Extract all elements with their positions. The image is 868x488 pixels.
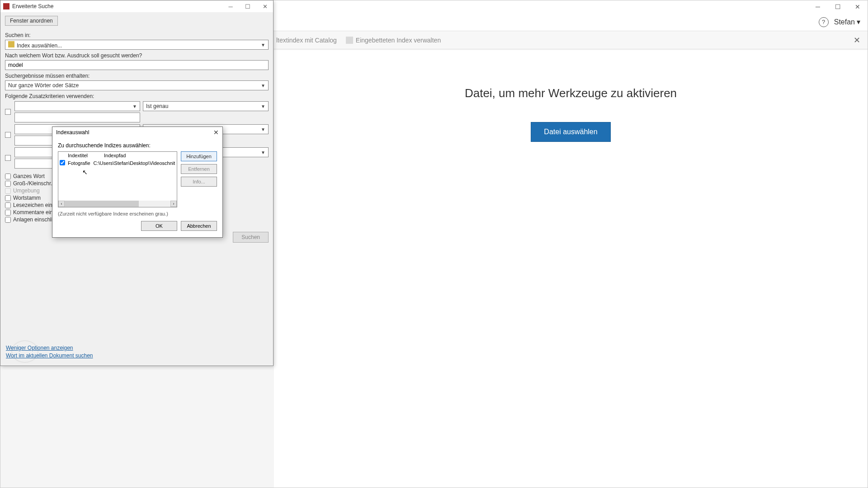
index-list-scrollbar[interactable]: ‹ › [58,201,177,207]
case-label: Groß-/Kleinschr. [13,180,52,187]
index-list-header: Indextitel Indexpfad [58,152,177,159]
add-index-button[interactable]: Hinzufügen [181,151,217,161]
index-icon [346,37,353,44]
index-label: Zu durchsuchende Indizes auswählen: [58,142,217,149]
close-panel-button[interactable]: ✕ [854,35,860,45]
remove-index-button: Entfernen [181,164,217,174]
criteria-row-1: ▼ Ist genau▼ [5,101,269,122]
index-list: Indextitel Indexpfad Fotografie C:\Users… [58,151,177,207]
search-word-input[interactable] [5,60,269,70]
app-minimize-button[interactable]: ─ [808,0,828,13]
folder-icon [8,41,14,47]
chevron-down-icon: ▼ [261,104,265,109]
chevron-down-icon: ▼ [261,83,265,88]
whole-word-checkbox[interactable] [5,174,11,179]
results-select[interactable]: Nur ganze Wörter oder Sätze ▼ [5,80,269,90]
search-minimize-button[interactable]: ─ [225,3,236,10]
help-icon[interactable]: ? [819,17,829,27]
chevron-down-icon: ▼ [261,150,265,155]
search-titlebar: Erweiterte Suche ─ ☐ ✕ [0,0,273,12]
app-close-button[interactable]: ✕ [848,0,868,13]
less-options-link[interactable]: Weniger Optionen anzeigen [6,345,93,351]
main-content: Datei, um mehr Werkzeuge zu aktivieren D… [274,50,868,488]
search-title: Erweiterte Suche [12,3,53,9]
stem-checkbox[interactable] [5,195,11,201]
scroll-thumb[interactable] [65,201,139,207]
index-titlebar: Indexauswahl ✕ [52,127,222,138]
index-close-button[interactable]: ✕ [213,129,219,136]
user-menu[interactable]: Stefan ▾ [834,18,860,26]
subbar-item-embedded-index[interactable]: Eingebetteten Index verwalten [346,37,441,44]
subbar-item-catalog[interactable]: ltextindex mit Catalog [276,37,337,44]
search-in-label: Suchen in: [5,32,269,38]
index-row-title: Fotografie [66,160,92,167]
case-checkbox[interactable] [5,181,11,187]
index-note: (Zurzeit nicht verfügbare Indexe erschei… [58,211,217,216]
search-close-button[interactable]: ✕ [259,3,270,10]
scroll-right-button[interactable]: › [170,201,177,207]
bookmarks-checkbox[interactable] [5,202,11,208]
subbar-label: Eingebetteten Index verwalten [356,37,441,44]
results-label: Suchergebnisse müssen enthalten: [5,73,269,79]
index-footer: OK Abbrechen [58,221,217,231]
criteria-1-op-select[interactable]: Ist genau▼ [143,101,269,111]
criteria-1-value-input[interactable] [14,113,140,122]
criteria-label: Folgende Zusatzkriterien verwenden: [5,93,269,99]
chevron-down-icon: ▼ [261,127,265,132]
chevron-down-icon: ▼ [132,104,137,109]
app-maximize-button[interactable]: ☐ [828,0,848,13]
chevron-down-icon: ▾ [857,18,860,26]
app-icon [3,3,9,9]
ok-button[interactable]: OK [141,221,177,231]
stem-label: Wortstamm [13,195,41,201]
criteria-1-field-select[interactable]: ▼ [14,101,140,111]
scroll-left-button[interactable]: ‹ [58,201,65,207]
comments-checkbox[interactable] [5,210,11,216]
criteria-op-value: Ist genau [146,103,168,109]
index-selection-dialog: Indexauswahl ✕ Zu durchsuchende Indizes … [52,127,223,238]
results-value: Nur ganze Wörter oder Sätze [8,82,79,89]
col-path: Indexpfad [103,152,177,159]
search-maximize-button[interactable]: ☐ [242,3,253,10]
index-row-path: C:\Users\Stefan\Desktop\Videoschnit [92,160,177,167]
chevron-down-icon: ▼ [261,42,265,47]
main-headline: Datei, um mehr Werkzeuge zu aktivieren [465,86,677,100]
search-button[interactable]: Suchen [233,232,269,243]
index-list-row[interactable]: Fotografie C:\Users\Stefan\Desktop\Video… [58,159,177,167]
col-title: Indextitel [66,152,103,159]
search-current-doc-link[interactable]: Wort im aktuellen Dokument suchen [6,352,93,359]
scroll-track[interactable] [65,201,170,207]
cancel-button[interactable]: Abbrechen [181,221,217,231]
index-title: Indexauswahl [56,129,89,136]
user-name: Stefan [834,18,855,26]
search-in-select[interactable]: Index auswählen... ▼ [5,40,269,50]
criteria-1-checkbox[interactable] [5,109,11,115]
whole-word-label: Ganzes Wort [13,173,45,179]
criteria-2-checkbox[interactable] [5,132,11,138]
proximity-label: Umgebung [13,188,40,194]
subbar-label: ltextindex mit Catalog [276,37,337,44]
arrange-windows-button[interactable]: Fenster anordnen [5,16,58,26]
index-buttons: Hinzufügen Entfernen Info... [181,151,217,207]
search-footer: Weniger Optionen anzeigen Wort im aktuel… [6,343,93,360]
attachments-checkbox[interactable] [5,217,11,223]
select-file-button[interactable]: Datei auswählen [531,122,610,142]
criteria-3-checkbox[interactable] [5,155,11,161]
search-in-value: Index auswählen... [17,42,62,49]
word-label: Nach welchem Wort bzw. Ausdruck soll ges… [5,52,269,59]
index-row-checkbox[interactable] [60,160,65,165]
proximity-checkbox [5,188,11,194]
info-index-button: Info... [181,177,217,187]
